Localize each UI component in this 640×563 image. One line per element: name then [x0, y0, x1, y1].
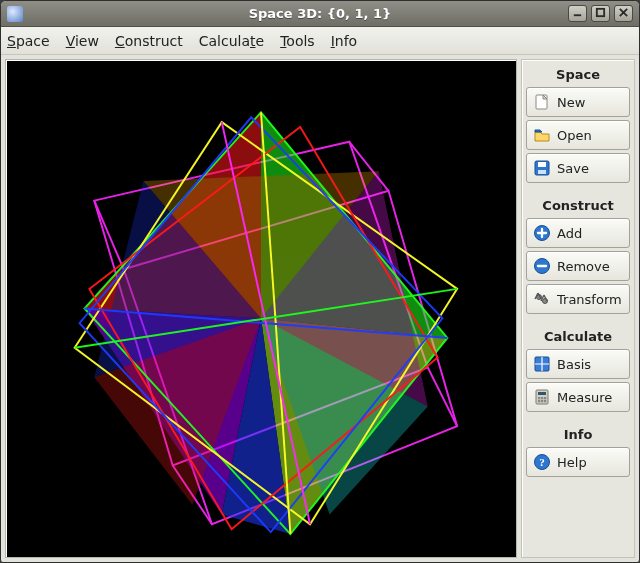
button-label: Measure — [557, 390, 612, 405]
file-new-icon — [533, 93, 551, 111]
svg-rect-1 — [597, 9, 604, 16]
measure-button[interactable]: Measure — [526, 382, 630, 412]
add-button[interactable]: Add — [526, 218, 630, 248]
basis-button[interactable]: Basis — [526, 349, 630, 379]
sidebar: SpaceNewOpenSaveConstructAddRemoveTransf… — [521, 59, 635, 558]
section-header-space: Space — [526, 64, 630, 84]
svg-rect-0 — [574, 14, 581, 16]
save-icon — [533, 159, 551, 177]
transform-icon — [533, 290, 551, 308]
menu-item-space[interactable]: Space — [7, 33, 50, 49]
button-label: Remove — [557, 259, 610, 274]
menu-item-calculate[interactable]: Calculate — [199, 33, 264, 49]
remove-icon — [533, 257, 551, 275]
basis-icon — [533, 355, 551, 373]
button-label: Add — [557, 226, 582, 241]
section-header-calculate: Calculate — [526, 326, 630, 346]
menu-item-info[interactable]: Info — [331, 33, 358, 49]
maximize-icon — [595, 7, 606, 20]
section-header-info: Info — [526, 424, 630, 444]
menu-item-view[interactable]: View — [66, 33, 99, 49]
titlebar[interactable]: Space 3D: {0, 1, 1} — [1, 1, 639, 27]
close-icon — [618, 7, 629, 20]
button-label: Open — [557, 128, 592, 143]
button-label: Basis — [557, 357, 591, 372]
add-icon — [533, 224, 551, 242]
transform-button[interactable]: Transform — [526, 284, 630, 314]
app-icon — [7, 6, 23, 22]
save-button[interactable]: Save — [526, 153, 630, 183]
minimize-button[interactable] — [568, 5, 587, 22]
minimize-icon — [572, 7, 583, 20]
new-button[interactable]: New — [526, 87, 630, 117]
window-title: Space 3D: {0, 1, 1} — [1, 6, 639, 21]
3d-viewport[interactable] — [5, 59, 517, 558]
button-label: Save — [557, 161, 589, 176]
menubar: SpaceViewConstructCalculateToolsInfo — [1, 27, 639, 55]
close-button[interactable] — [614, 5, 633, 22]
folder-open-icon — [533, 126, 551, 144]
button-label: Help — [557, 455, 587, 470]
button-label: Transform — [557, 292, 622, 307]
menu-item-tools[interactable]: Tools — [280, 33, 315, 49]
remove-button[interactable]: Remove — [526, 251, 630, 281]
svg-line-4 — [94, 201, 123, 270]
maximize-button[interactable] — [591, 5, 610, 22]
measure-icon — [533, 388, 551, 406]
open-button[interactable]: Open — [526, 120, 630, 150]
viewport-canvas — [6, 60, 516, 557]
help-button[interactable]: Help — [526, 447, 630, 477]
application-window: Space 3D: {0, 1, 1} — [0, 0, 640, 563]
button-label: New — [557, 95, 585, 110]
help-icon — [533, 453, 551, 471]
section-header-construct: Construct — [526, 195, 630, 215]
menu-item-construct[interactable]: Construct — [115, 33, 183, 49]
